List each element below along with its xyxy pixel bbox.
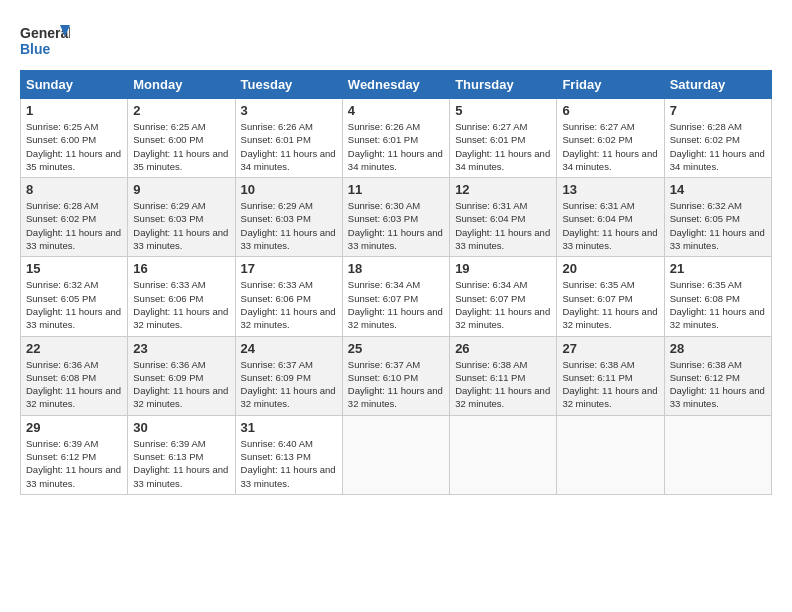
day-info: Sunrise: 6:32 AM Sunset: 6:05 PM Dayligh… [670, 199, 766, 252]
calendar-cell: 17Sunrise: 6:33 AM Sunset: 6:06 PM Dayli… [235, 257, 342, 336]
day-number: 9 [133, 182, 229, 197]
logo: GeneralBlue [20, 20, 70, 60]
col-header-thursday: Thursday [450, 71, 557, 99]
calendar-cell: 1Sunrise: 6:25 AM Sunset: 6:00 PM Daylig… [21, 99, 128, 178]
day-info: Sunrise: 6:37 AM Sunset: 6:09 PM Dayligh… [241, 358, 337, 411]
calendar-cell: 29Sunrise: 6:39 AM Sunset: 6:12 PM Dayli… [21, 415, 128, 494]
day-number: 15 [26, 261, 122, 276]
calendar-week-row: 1Sunrise: 6:25 AM Sunset: 6:00 PM Daylig… [21, 99, 772, 178]
day-number: 17 [241, 261, 337, 276]
day-number: 22 [26, 341, 122, 356]
day-info: Sunrise: 6:33 AM Sunset: 6:06 PM Dayligh… [241, 278, 337, 331]
day-number: 18 [348, 261, 444, 276]
day-info: Sunrise: 6:31 AM Sunset: 6:04 PM Dayligh… [562, 199, 658, 252]
calendar-cell: 20Sunrise: 6:35 AM Sunset: 6:07 PM Dayli… [557, 257, 664, 336]
day-info: Sunrise: 6:32 AM Sunset: 6:05 PM Dayligh… [26, 278, 122, 331]
calendar-cell: 16Sunrise: 6:33 AM Sunset: 6:06 PM Dayli… [128, 257, 235, 336]
day-number: 26 [455, 341, 551, 356]
calendar-cell: 28Sunrise: 6:38 AM Sunset: 6:12 PM Dayli… [664, 336, 771, 415]
day-number: 20 [562, 261, 658, 276]
day-number: 8 [26, 182, 122, 197]
day-info: Sunrise: 6:34 AM Sunset: 6:07 PM Dayligh… [348, 278, 444, 331]
day-number: 21 [670, 261, 766, 276]
day-info: Sunrise: 6:27 AM Sunset: 6:02 PM Dayligh… [562, 120, 658, 173]
day-info: Sunrise: 6:38 AM Sunset: 6:12 PM Dayligh… [670, 358, 766, 411]
calendar-cell: 12Sunrise: 6:31 AM Sunset: 6:04 PM Dayli… [450, 178, 557, 257]
day-number: 1 [26, 103, 122, 118]
day-number: 14 [670, 182, 766, 197]
day-number: 31 [241, 420, 337, 435]
day-number: 25 [348, 341, 444, 356]
day-number: 30 [133, 420, 229, 435]
day-number: 4 [348, 103, 444, 118]
day-number: 3 [241, 103, 337, 118]
day-info: Sunrise: 6:38 AM Sunset: 6:11 PM Dayligh… [455, 358, 551, 411]
calendar-cell: 24Sunrise: 6:37 AM Sunset: 6:09 PM Dayli… [235, 336, 342, 415]
calendar-cell: 3Sunrise: 6:26 AM Sunset: 6:01 PM Daylig… [235, 99, 342, 178]
calendar-cell: 21Sunrise: 6:35 AM Sunset: 6:08 PM Dayli… [664, 257, 771, 336]
day-info: Sunrise: 6:40 AM Sunset: 6:13 PM Dayligh… [241, 437, 337, 490]
day-number: 7 [670, 103, 766, 118]
day-info: Sunrise: 6:35 AM Sunset: 6:08 PM Dayligh… [670, 278, 766, 331]
day-number: 16 [133, 261, 229, 276]
calendar-cell: 2Sunrise: 6:25 AM Sunset: 6:00 PM Daylig… [128, 99, 235, 178]
col-header-friday: Friday [557, 71, 664, 99]
calendar-week-row: 22Sunrise: 6:36 AM Sunset: 6:08 PM Dayli… [21, 336, 772, 415]
calendar-cell: 6Sunrise: 6:27 AM Sunset: 6:02 PM Daylig… [557, 99, 664, 178]
calendar-cell: 10Sunrise: 6:29 AM Sunset: 6:03 PM Dayli… [235, 178, 342, 257]
day-info: Sunrise: 6:29 AM Sunset: 6:03 PM Dayligh… [133, 199, 229, 252]
calendar-cell: 22Sunrise: 6:36 AM Sunset: 6:08 PM Dayli… [21, 336, 128, 415]
day-info: Sunrise: 6:25 AM Sunset: 6:00 PM Dayligh… [26, 120, 122, 173]
calendar-header-row: SundayMondayTuesdayWednesdayThursdayFrid… [21, 71, 772, 99]
day-number: 27 [562, 341, 658, 356]
page-header: GeneralBlue [20, 20, 772, 60]
day-number: 10 [241, 182, 337, 197]
day-number: 29 [26, 420, 122, 435]
day-info: Sunrise: 6:27 AM Sunset: 6:01 PM Dayligh… [455, 120, 551, 173]
day-number: 11 [348, 182, 444, 197]
day-info: Sunrise: 6:28 AM Sunset: 6:02 PM Dayligh… [670, 120, 766, 173]
calendar-cell: 15Sunrise: 6:32 AM Sunset: 6:05 PM Dayli… [21, 257, 128, 336]
col-header-wednesday: Wednesday [342, 71, 449, 99]
calendar-cell [664, 415, 771, 494]
calendar-cell: 8Sunrise: 6:28 AM Sunset: 6:02 PM Daylig… [21, 178, 128, 257]
logo-icon: GeneralBlue [20, 20, 70, 60]
calendar-cell: 23Sunrise: 6:36 AM Sunset: 6:09 PM Dayli… [128, 336, 235, 415]
calendar-cell: 30Sunrise: 6:39 AM Sunset: 6:13 PM Dayli… [128, 415, 235, 494]
day-number: 12 [455, 182, 551, 197]
day-info: Sunrise: 6:39 AM Sunset: 6:13 PM Dayligh… [133, 437, 229, 490]
day-info: Sunrise: 6:38 AM Sunset: 6:11 PM Dayligh… [562, 358, 658, 411]
day-info: Sunrise: 6:26 AM Sunset: 6:01 PM Dayligh… [241, 120, 337, 173]
day-info: Sunrise: 6:28 AM Sunset: 6:02 PM Dayligh… [26, 199, 122, 252]
day-number: 19 [455, 261, 551, 276]
day-info: Sunrise: 6:33 AM Sunset: 6:06 PM Dayligh… [133, 278, 229, 331]
calendar-cell [342, 415, 449, 494]
day-info: Sunrise: 6:34 AM Sunset: 6:07 PM Dayligh… [455, 278, 551, 331]
col-header-tuesday: Tuesday [235, 71, 342, 99]
calendar-cell: 4Sunrise: 6:26 AM Sunset: 6:01 PM Daylig… [342, 99, 449, 178]
calendar-week-row: 29Sunrise: 6:39 AM Sunset: 6:12 PM Dayli… [21, 415, 772, 494]
calendar-cell: 31Sunrise: 6:40 AM Sunset: 6:13 PM Dayli… [235, 415, 342, 494]
day-info: Sunrise: 6:25 AM Sunset: 6:00 PM Dayligh… [133, 120, 229, 173]
calendar-cell: 26Sunrise: 6:38 AM Sunset: 6:11 PM Dayli… [450, 336, 557, 415]
calendar-week-row: 15Sunrise: 6:32 AM Sunset: 6:05 PM Dayli… [21, 257, 772, 336]
day-info: Sunrise: 6:35 AM Sunset: 6:07 PM Dayligh… [562, 278, 658, 331]
calendar-cell: 7Sunrise: 6:28 AM Sunset: 6:02 PM Daylig… [664, 99, 771, 178]
calendar-cell [557, 415, 664, 494]
calendar-cell: 19Sunrise: 6:34 AM Sunset: 6:07 PM Dayli… [450, 257, 557, 336]
calendar-cell: 9Sunrise: 6:29 AM Sunset: 6:03 PM Daylig… [128, 178, 235, 257]
col-header-saturday: Saturday [664, 71, 771, 99]
calendar-cell: 27Sunrise: 6:38 AM Sunset: 6:11 PM Dayli… [557, 336, 664, 415]
col-header-sunday: Sunday [21, 71, 128, 99]
col-header-monday: Monday [128, 71, 235, 99]
day-info: Sunrise: 6:30 AM Sunset: 6:03 PM Dayligh… [348, 199, 444, 252]
day-number: 28 [670, 341, 766, 356]
calendar-cell: 14Sunrise: 6:32 AM Sunset: 6:05 PM Dayli… [664, 178, 771, 257]
calendar-cell: 25Sunrise: 6:37 AM Sunset: 6:10 PM Dayli… [342, 336, 449, 415]
calendar-cell [450, 415, 557, 494]
day-info: Sunrise: 6:29 AM Sunset: 6:03 PM Dayligh… [241, 199, 337, 252]
day-number: 24 [241, 341, 337, 356]
calendar-week-row: 8Sunrise: 6:28 AM Sunset: 6:02 PM Daylig… [21, 178, 772, 257]
day-info: Sunrise: 6:36 AM Sunset: 6:08 PM Dayligh… [26, 358, 122, 411]
day-number: 5 [455, 103, 551, 118]
